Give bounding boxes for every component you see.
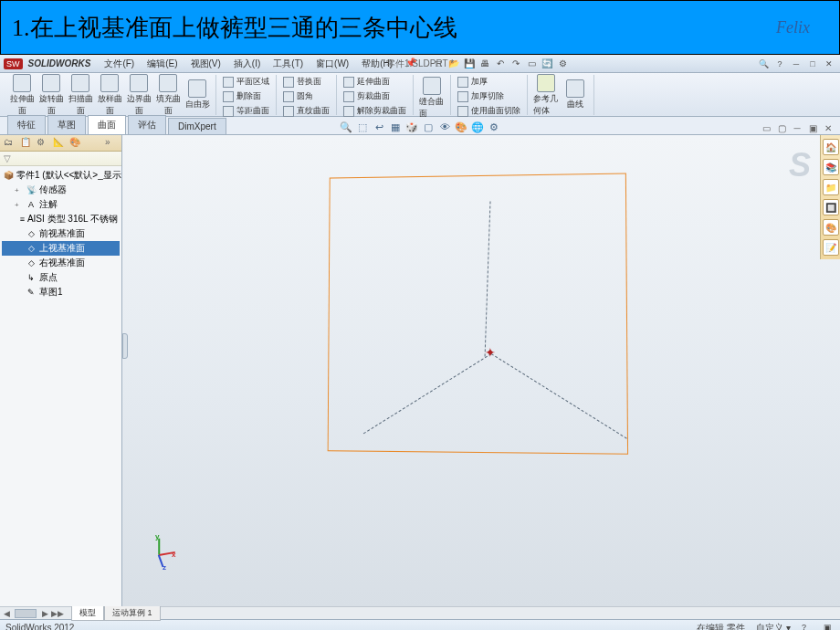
scroll-end-icon[interactable]: ▶▶	[51, 609, 64, 618]
doc-tile-icon[interactable]: ▣	[806, 121, 819, 134]
untrim-surface-button[interactable]: 解除剪裁曲面	[341, 104, 409, 118]
tab-dimxpert[interactable]: DimXpert	[168, 118, 226, 134]
cut-with-surface-button[interactable]: 使用曲面切除	[455, 104, 523, 118]
panel-collapse-handle[interactable]	[122, 333, 128, 359]
zoom-fit-icon[interactable]: 🔍	[339, 120, 353, 134]
search-icon[interactable]: 🔍	[756, 58, 771, 69]
doc-maximize-icon[interactable]: ─	[791, 121, 803, 134]
loft-surface-button[interactable]: 放样曲面	[95, 72, 124, 119]
sweep-surface-button[interactable]: 扫描曲面	[66, 72, 95, 119]
viewport[interactable]: S ✦ x y z 🏠 📚 📁 🔲 🎨 📝	[122, 135, 840, 606]
planar-surface-button[interactable]: 平面区域	[220, 75, 272, 89]
main-area: 🗂 📋 ⚙ 📐 🎨 » ▽ 📦 零件1 (默认<<默认>_显示状态 +📡传感器+…	[0, 135, 840, 606]
tree-overflow-icon[interactable]: »	[105, 137, 118, 150]
zoom-area-icon[interactable]: ⬚	[355, 120, 370, 134]
doc-minimize-icon[interactable]: ▢	[775, 121, 788, 134]
tree-body: 📦 零件1 (默认<<默认>_显示状态 +📡传感器+A注解≡AISI 类型 31…	[0, 166, 121, 606]
doc-close-icon[interactable]: ✕	[822, 121, 835, 134]
scene-icon[interactable]: 🌐	[470, 120, 485, 134]
view-triad[interactable]: x y z	[148, 537, 177, 566]
status-units-icon[interactable]: ?	[802, 623, 813, 631]
tree-item-6[interactable]: ↳原点	[2, 270, 120, 285]
hide-show-icon[interactable]: 👁	[437, 120, 452, 134]
redo-icon[interactable]: ↷	[509, 58, 522, 70]
tree-item-7[interactable]: ✎草图1	[2, 285, 120, 299]
taskpane-explorer-icon[interactable]: 📁	[823, 179, 839, 195]
taskpane-home-icon[interactable]: 🏠	[823, 139, 839, 155]
tab-features[interactable]: 特征	[7, 115, 46, 134]
select-icon[interactable]: ▭	[525, 58, 538, 70]
thicken-button[interactable]: 加厚	[455, 75, 523, 89]
extend-surface-button[interactable]: 延伸曲面	[341, 75, 409, 89]
tree-tab-fm-icon[interactable]: 🗂	[4, 137, 16, 150]
tree-item-3[interactable]: ◇前视基准面	[2, 226, 120, 241]
tree-root[interactable]: 📦 零件1 (默认<<默认>_显示状态	[2, 168, 120, 183]
thicken-cut-button[interactable]: 加厚切除	[455, 89, 523, 103]
revolve-surface-button[interactable]: 旋转曲面	[37, 72, 66, 119]
tab-sketch[interactable]: 草图	[47, 115, 86, 134]
offset-surface-button[interactable]: 等距曲面	[220, 104, 272, 118]
view-settings-icon[interactable]: ⚙	[487, 120, 501, 134]
tree-item-1[interactable]: +A注解	[2, 197, 120, 212]
tab-model[interactable]: 模型	[71, 606, 104, 621]
rebuild-icon[interactable]: 🔄	[541, 58, 553, 70]
options-icon[interactable]: ⚙	[556, 58, 569, 70]
scroll-right-icon[interactable]: ▶	[38, 609, 51, 618]
menu-edit[interactable]: 编辑(E)	[142, 56, 182, 72]
fill-surface-button[interactable]: 填充曲面	[153, 72, 183, 119]
appearance-icon[interactable]: 🎨	[454, 120, 468, 134]
scroll-left-icon[interactable]: ◀	[0, 609, 13, 618]
save-icon[interactable]: 💾	[463, 58, 476, 70]
tree-item-0[interactable]: +📡传感器	[2, 183, 120, 197]
view-orientation-icon[interactable]: 🎲	[404, 120, 419, 134]
fillet-button[interactable]: 圆角	[280, 89, 332, 103]
tree-tab-dx-icon[interactable]: 📐	[53, 137, 66, 150]
tree-item-4[interactable]: ◇上视基准面	[2, 241, 120, 256]
curves-button[interactable]: 曲线	[561, 78, 590, 112]
tree-tab-pm-icon[interactable]: 📋	[20, 137, 33, 150]
taskpane-library-icon[interactable]: 📚	[823, 159, 839, 175]
tree-tab-cfg-icon[interactable]: ⚙	[37, 137, 49, 150]
display-style-icon[interactable]: ▢	[421, 120, 436, 134]
trim-surface-button[interactable]: 剪裁曲面	[341, 89, 409, 103]
ribbon-group-edit1: 平面区域 删除面 等距曲面	[216, 75, 277, 115]
menu-file[interactable]: 文件(F)	[100, 56, 139, 72]
knit-surface-button[interactable]: 缝合曲面	[417, 75, 446, 121]
print-icon[interactable]: 🖶	[478, 58, 491, 70]
undo-icon[interactable]: ↶	[494, 58, 507, 70]
scroll-thumb[interactable]	[15, 609, 37, 618]
tab-surfaces[interactable]: 曲面	[88, 115, 126, 134]
minimize-icon[interactable]: ─	[789, 58, 803, 69]
ruled-surface-button[interactable]: 直纹曲面	[280, 104, 332, 118]
boundary-surface-button[interactable]: 边界曲面	[124, 72, 153, 119]
taskpane-appearance-icon[interactable]: 🎨	[823, 219, 839, 236]
section-view-icon[interactable]: ▦	[388, 120, 403, 134]
tree-filter[interactable]: ▽	[0, 152, 121, 166]
doc-restore-icon[interactable]: ▭	[760, 121, 772, 134]
tree-item-2[interactable]: ≡AISI 类型 316L 不锈钢	[2, 212, 120, 226]
tree-item-5[interactable]: ◇右视基准面	[2, 256, 120, 270]
tab-evaluate[interactable]: 评估	[128, 115, 166, 134]
freeform-button[interactable]: 自由形	[183, 78, 212, 112]
prev-view-icon[interactable]: ↩	[372, 120, 386, 134]
solidworks-window: SW SOLIDWORKS 文件(F) 编辑(E) 视图(V) 插入(I) 工具…	[0, 55, 840, 630]
feature-tree-panel: 🗂 📋 ⚙ 📐 🎨 » ▽ 📦 零件1 (默认<<默认>_显示状态 +📡传感器+…	[0, 135, 122, 606]
menu-view[interactable]: 视图(V)	[186, 56, 226, 72]
delete-face-button[interactable]: 删除面	[220, 89, 272, 103]
extrude-surface-button[interactable]: 拉伸曲面	[7, 72, 37, 119]
tab-motion-study[interactable]: 运动算例 1	[104, 606, 161, 621]
help-icon[interactable]: ?	[772, 58, 787, 69]
taskpane-view-icon[interactable]: 🔲	[823, 199, 839, 215]
tree-item-icon: A	[26, 199, 37, 210]
reference-geometry-button[interactable]: 参考几何体	[531, 72, 561, 119]
menu-window[interactable]: 窗口(W)	[311, 56, 353, 72]
taskpane-props-icon[interactable]: 📝	[823, 239, 839, 256]
status-rebuild-icon[interactable]: ▣	[824, 623, 835, 631]
replace-face-button[interactable]: 替换面	[280, 75, 332, 89]
close-icon[interactable]: ✕	[822, 58, 836, 69]
menu-tools[interactable]: 工具(T)	[268, 56, 308, 72]
maximize-icon[interactable]: □	[805, 58, 820, 69]
tree-tab-disp-icon[interactable]: 🎨	[69, 137, 82, 150]
status-custom-button[interactable]: 自定义 ▾	[756, 622, 791, 631]
menu-insert[interactable]: 插入(I)	[229, 56, 265, 72]
